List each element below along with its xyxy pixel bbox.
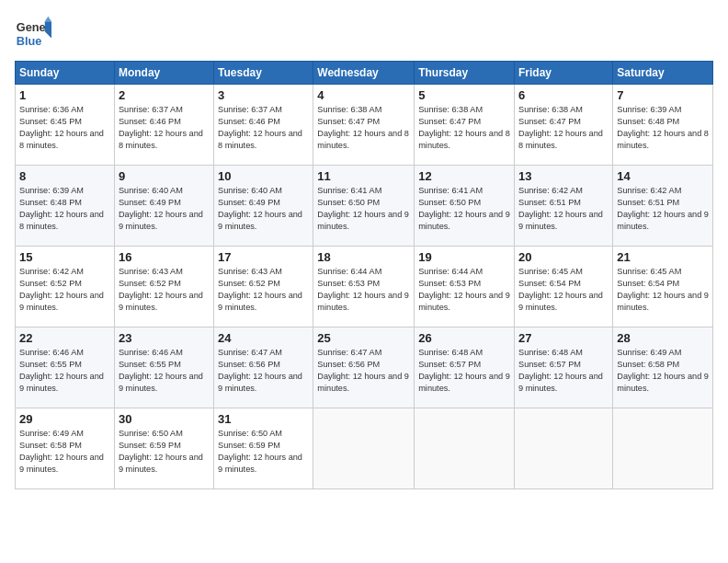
- day-number: 25: [317, 331, 410, 345]
- calendar-cell: 13 Sunrise: 6:42 AMSunset: 6:51 PMDaylig…: [515, 166, 613, 247]
- week-row-3: 15 Sunrise: 6:42 AMSunset: 6:52 PMDaylig…: [16, 247, 713, 327]
- day-info: Sunrise: 6:38 AMSunset: 6:47 PMDaylight:…: [317, 105, 409, 150]
- calendar-cell: [415, 408, 515, 489]
- day-info: Sunrise: 6:50 AMSunset: 6:59 PMDaylight:…: [218, 429, 302, 474]
- day-info: Sunrise: 6:39 AMSunset: 6:48 PMDaylight:…: [19, 186, 104, 231]
- weekday-header-thursday: Thursday: [415, 62, 515, 85]
- weekday-header-saturday: Saturday: [613, 62, 713, 85]
- calendar-cell: 7 Sunrise: 6:39 AMSunset: 6:48 PMDayligh…: [613, 85, 713, 166]
- day-number: 27: [518, 331, 609, 345]
- logo: General Blue: [15, 15, 55, 52]
- calendar-cell: [313, 408, 415, 489]
- weekday-header-wednesday: Wednesday: [313, 62, 415, 85]
- header: General Blue: [15, 15, 713, 52]
- day-info: Sunrise: 6:38 AMSunset: 6:47 PMDaylight:…: [418, 105, 510, 150]
- calendar-cell: 31 Sunrise: 6:50 AMSunset: 6:59 PMDaylig…: [214, 408, 313, 489]
- calendar-cell: 17 Sunrise: 6:43 AMSunset: 6:52 PMDaylig…: [214, 247, 313, 327]
- calendar-cell: 9 Sunrise: 6:40 AMSunset: 6:49 PMDayligh…: [114, 166, 213, 247]
- calendar-cell: 30 Sunrise: 6:50 AMSunset: 6:59 PMDaylig…: [114, 408, 213, 489]
- calendar-cell: 3 Sunrise: 6:37 AMSunset: 6:46 PMDayligh…: [214, 85, 313, 166]
- day-number: 22: [19, 331, 110, 345]
- page: General Blue SundayMondayTuesdayWednesda…: [0, 0, 728, 563]
- calendar-cell: 27 Sunrise: 6:48 AMSunset: 6:57 PMDaylig…: [515, 327, 613, 408]
- calendar-cell: 19 Sunrise: 6:44 AMSunset: 6:53 PMDaylig…: [415, 247, 515, 327]
- day-number: 10: [218, 169, 309, 183]
- calendar-cell: 14 Sunrise: 6:42 AMSunset: 6:51 PMDaylig…: [613, 166, 713, 247]
- day-info: Sunrise: 6:45 AMSunset: 6:54 PMDaylight:…: [518, 267, 603, 312]
- calendar-cell: 20 Sunrise: 6:45 AMSunset: 6:54 PMDaylig…: [515, 247, 613, 327]
- day-number: 13: [518, 169, 609, 183]
- day-number: 19: [418, 250, 510, 264]
- calendar-cell: 16 Sunrise: 6:43 AMSunset: 6:52 PMDaylig…: [114, 247, 213, 327]
- calendar-cell: 18 Sunrise: 6:44 AMSunset: 6:53 PMDaylig…: [313, 247, 415, 327]
- calendar-cell: 10 Sunrise: 6:40 AMSunset: 6:49 PMDaylig…: [214, 166, 313, 247]
- calendar-table: SundayMondayTuesdayWednesdayThursdayFrid…: [15, 61, 713, 489]
- day-number: 16: [119, 250, 210, 264]
- weekday-header-row: SundayMondayTuesdayWednesdayThursdayFrid…: [16, 62, 713, 85]
- calendar-cell: 29 Sunrise: 6:49 AMSunset: 6:58 PMDaylig…: [16, 408, 115, 489]
- day-number: 11: [317, 169, 410, 183]
- svg-marker-2: [45, 21, 51, 38]
- day-info: Sunrise: 6:47 AMSunset: 6:56 PMDaylight:…: [218, 348, 302, 393]
- day-info: Sunrise: 6:43 AMSunset: 6:52 PMDaylight:…: [119, 267, 203, 312]
- day-number: 24: [218, 331, 309, 345]
- day-info: Sunrise: 6:45 AMSunset: 6:54 PMDaylight:…: [617, 267, 709, 312]
- calendar-cell: 2 Sunrise: 6:37 AMSunset: 6:46 PMDayligh…: [114, 85, 213, 166]
- day-info: Sunrise: 6:37 AMSunset: 6:46 PMDaylight:…: [119, 105, 203, 150]
- calendar-cell: 24 Sunrise: 6:47 AMSunset: 6:56 PMDaylig…: [214, 327, 313, 408]
- calendar-cell: 4 Sunrise: 6:38 AMSunset: 6:47 PMDayligh…: [313, 85, 415, 166]
- day-number: 18: [317, 250, 410, 264]
- day-number: 7: [617, 88, 709, 102]
- calendar-cell: 26 Sunrise: 6:48 AMSunset: 6:57 PMDaylig…: [415, 327, 515, 408]
- day-number: 4: [317, 88, 410, 102]
- week-row-4: 22 Sunrise: 6:46 AMSunset: 6:55 PMDaylig…: [16, 327, 713, 408]
- day-number: 12: [418, 169, 510, 183]
- calendar-cell: [515, 408, 613, 489]
- day-number: 26: [418, 331, 510, 345]
- day-info: Sunrise: 6:46 AMSunset: 6:55 PMDaylight:…: [19, 348, 104, 393]
- day-number: 30: [119, 412, 210, 426]
- calendar-cell: 21 Sunrise: 6:45 AMSunset: 6:54 PMDaylig…: [613, 247, 713, 327]
- week-row-5: 29 Sunrise: 6:49 AMSunset: 6:58 PMDaylig…: [16, 408, 713, 489]
- day-info: Sunrise: 6:42 AMSunset: 6:51 PMDaylight:…: [518, 186, 603, 231]
- day-info: Sunrise: 6:48 AMSunset: 6:57 PMDaylight:…: [518, 348, 603, 393]
- day-info: Sunrise: 6:49 AMSunset: 6:58 PMDaylight:…: [19, 429, 104, 474]
- calendar-cell: 5 Sunrise: 6:38 AMSunset: 6:47 PMDayligh…: [415, 85, 515, 166]
- day-number: 9: [119, 169, 210, 183]
- day-info: Sunrise: 6:44 AMSunset: 6:53 PMDaylight:…: [418, 267, 510, 312]
- calendar-cell: 11 Sunrise: 6:41 AMSunset: 6:50 PMDaylig…: [313, 166, 415, 247]
- day-info: Sunrise: 6:40 AMSunset: 6:49 PMDaylight:…: [119, 186, 203, 231]
- day-info: Sunrise: 6:38 AMSunset: 6:47 PMDaylight:…: [518, 105, 603, 150]
- day-number: 2: [119, 88, 210, 102]
- day-info: Sunrise: 6:42 AMSunset: 6:51 PMDaylight:…: [617, 186, 709, 231]
- calendar-cell: 8 Sunrise: 6:39 AMSunset: 6:48 PMDayligh…: [16, 166, 115, 247]
- calendar-cell: [613, 408, 713, 489]
- day-info: Sunrise: 6:41 AMSunset: 6:50 PMDaylight:…: [418, 186, 510, 231]
- calendar-cell: 12 Sunrise: 6:41 AMSunset: 6:50 PMDaylig…: [415, 166, 515, 247]
- day-number: 21: [617, 250, 709, 264]
- day-info: Sunrise: 6:39 AMSunset: 6:48 PMDaylight:…: [617, 105, 709, 150]
- week-row-2: 8 Sunrise: 6:39 AMSunset: 6:48 PMDayligh…: [16, 166, 713, 247]
- calendar-cell: 6 Sunrise: 6:38 AMSunset: 6:47 PMDayligh…: [515, 85, 613, 166]
- day-info: Sunrise: 6:50 AMSunset: 6:59 PMDaylight:…: [119, 429, 203, 474]
- day-info: Sunrise: 6:46 AMSunset: 6:55 PMDaylight:…: [119, 348, 203, 393]
- calendar-cell: 15 Sunrise: 6:42 AMSunset: 6:52 PMDaylig…: [16, 247, 115, 327]
- day-number: 15: [19, 250, 110, 264]
- calendar-cell: 1 Sunrise: 6:36 AMSunset: 6:45 PMDayligh…: [16, 85, 115, 166]
- day-number: 20: [518, 250, 609, 264]
- calendar-cell: 28 Sunrise: 6:49 AMSunset: 6:58 PMDaylig…: [613, 327, 713, 408]
- day-number: 17: [218, 250, 309, 264]
- day-info: Sunrise: 6:49 AMSunset: 6:58 PMDaylight:…: [617, 348, 709, 393]
- day-info: Sunrise: 6:40 AMSunset: 6:49 PMDaylight:…: [218, 186, 302, 231]
- day-number: 29: [19, 412, 110, 426]
- day-number: 23: [119, 331, 210, 345]
- day-number: 1: [19, 88, 110, 102]
- weekday-header-friday: Friday: [515, 62, 613, 85]
- calendar-cell: 23 Sunrise: 6:46 AMSunset: 6:55 PMDaylig…: [114, 327, 213, 408]
- day-info: Sunrise: 6:43 AMSunset: 6:52 PMDaylight:…: [218, 267, 302, 312]
- weekday-header-tuesday: Tuesday: [214, 62, 313, 85]
- day-info: Sunrise: 6:42 AMSunset: 6:52 PMDaylight:…: [19, 267, 104, 312]
- day-number: 8: [19, 169, 110, 183]
- weekday-header-monday: Monday: [114, 62, 213, 85]
- logo-icon: General Blue: [15, 15, 51, 52]
